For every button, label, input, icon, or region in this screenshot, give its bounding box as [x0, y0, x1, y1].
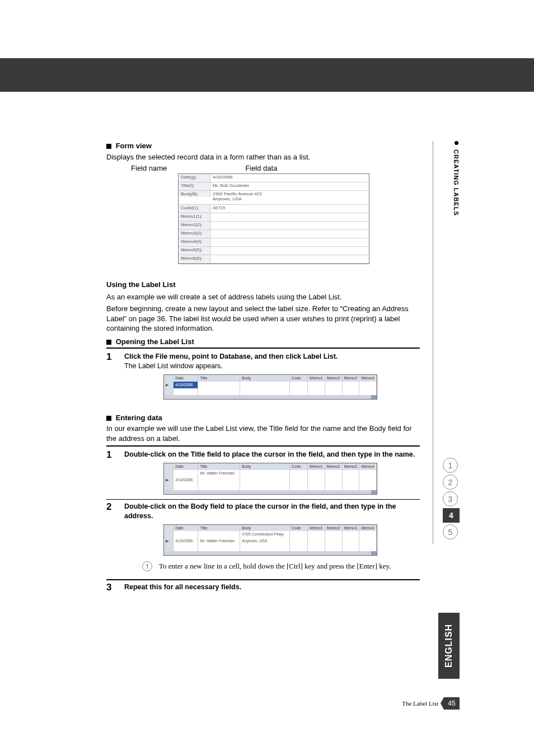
grid-scrollbar	[164, 395, 377, 399]
entering-step-1: 1 Double-click on the Title field to pla…	[106, 450, 420, 497]
col-memo1: Memo1	[308, 375, 325, 381]
fv-value	[210, 222, 369, 229]
col-memo2: Memo2	[325, 375, 343, 381]
grid-row	[164, 544, 377, 551]
label-list-grid: Date Title Body Code Memo1 Memo2 Memo3 M…	[163, 374, 377, 399]
step-body: Double-click on the Title field to place…	[124, 450, 420, 497]
note-text: To enter a new line in a cell, hold down…	[159, 561, 391, 571]
using-heading: Using the Label List	[106, 280, 420, 290]
step-bold: Double-click on the Title field to place…	[124, 450, 415, 458]
fv-label: Memo4(4):	[179, 238, 210, 246]
side-tabs: 1 2 3 4 5	[443, 458, 460, 539]
grid-row: ▶ 4/10/2006 Mr. Walter Freeman Anytown, …	[164, 538, 377, 544]
step-body: Double-click on the Body field to place …	[124, 502, 420, 571]
step-body: Repeat this for all necessary fields.	[124, 583, 420, 592]
footer: The Label List 45	[402, 697, 460, 710]
content-column: Form view Displays the selected record d…	[106, 141, 420, 592]
side-tab-5[interactable]: 5	[443, 524, 458, 539]
rule-heavy	[106, 445, 420, 447]
form-view-heading-text: Form view	[116, 142, 152, 150]
footer-text: The Label List	[402, 700, 438, 707]
square-bullet-icon	[106, 144, 111, 149]
fv-value: 2300 Pacific Avenue #23 Anytown, USA	[210, 191, 369, 202]
step-number: 3	[106, 583, 114, 592]
entering-step-2: 2 Double-click on the Body field to plac…	[106, 502, 420, 571]
section-vertical-label: CREATING LABELS	[453, 141, 460, 216]
fv-label: Memo2(2):	[179, 222, 210, 229]
cell-title: Mr. Walter Freeman	[198, 470, 240, 477]
entering-heading: Entering data	[106, 413, 420, 423]
square-bullet-icon	[106, 416, 111, 421]
col-code: Code	[290, 375, 308, 381]
page-number: 45	[444, 697, 460, 710]
using-p1: As an example we will create a set of ad…	[106, 292, 420, 302]
header-dark-band	[0, 58, 534, 92]
callout-field-data: Field data	[245, 164, 277, 172]
grid-header: Date Title Body Code Memo1 Memo2 Memo3 M…	[164, 463, 377, 469]
col-memo3: Memo3	[343, 375, 360, 381]
step-number: 1	[106, 450, 114, 497]
form-view-desc: Displays the selected record data in a f…	[106, 152, 420, 162]
form-view-heading: Form view	[106, 141, 420, 151]
fv-label: Body(B):	[179, 191, 210, 197]
step-number: 1	[106, 352, 114, 402]
rule-step	[106, 499, 420, 500]
step-bold: Double-click on the Body field to place …	[124, 503, 396, 520]
side-tab-1[interactable]: 1	[443, 458, 458, 473]
col-body: Body	[240, 375, 289, 381]
rule-heavy	[106, 348, 420, 349]
col-memo4: Memo4	[359, 375, 377, 381]
fv-label: Code(C):	[179, 205, 210, 213]
note: ! To enter a new line in a cell, hold do…	[142, 561, 420, 571]
header-white	[0, 0, 534, 58]
label-list-grid: Date Title Body Code Memo1 Memo2 Memo3 M…	[163, 463, 377, 494]
fv-value	[210, 238, 369, 246]
fv-label: Memo3(3):	[179, 230, 210, 238]
callout-field-name: Field name	[131, 164, 167, 172]
grid-header: Date Title Body Code Memo1 Memo2 Memo3 M…	[164, 375, 377, 381]
grid-row	[164, 388, 377, 395]
step-body: Click the File menu, point to Database, …	[124, 352, 420, 402]
fv-value	[210, 230, 369, 238]
fv-label: Date(g):	[179, 174, 210, 182]
label-list-grid: Date Title Body Code Memo1 Memo2 Memo3 M…	[163, 524, 377, 556]
page: CREATING LABELS Form view Displays the s…	[0, 0, 534, 756]
col-title: Title	[198, 375, 240, 381]
grid-scrollbar	[164, 490, 377, 494]
note-icon: !	[142, 561, 152, 571]
cell-body: Anytown, USA	[240, 538, 289, 544]
section-vertical-text: CREATING LABELS	[453, 149, 460, 216]
step-number: 2	[106, 502, 114, 571]
square-bullet-icon	[106, 340, 111, 345]
opening-step-1: 1 Click the File menu, point to Database…	[106, 352, 420, 402]
entering-heading-text: Entering data	[116, 414, 162, 422]
bullet-icon	[455, 141, 458, 145]
fv-value	[210, 255, 369, 263]
col-date: Date	[174, 375, 198, 381]
side-tab-4-active[interactable]: 4	[443, 508, 460, 523]
grid-row: ▶ 4/10/2006	[164, 382, 377, 388]
form-view-screenshot: Date(g):4/10/2006 Title(I):Mr. Bob Goodm…	[178, 173, 369, 264]
fv-label: Title(I):	[179, 182, 210, 190]
cell-body: 4705 Cumberland Pkwy.	[240, 531, 289, 538]
grid-header: Date Title Body Code Memo1 Memo2 Memo3 M…	[164, 525, 377, 531]
grid-scrollbar	[164, 551, 377, 555]
grid-row: Mr. Walter Freeman	[164, 470, 377, 477]
form-view-callouts: Field name Field data	[131, 164, 420, 172]
grid-row	[164, 483, 377, 490]
english-tab: ENGLISH	[438, 613, 460, 679]
fv-value: 4/10/2006	[210, 174, 369, 182]
fv-label: Memo5(5):	[179, 247, 210, 255]
side-tab-2[interactable]: 2	[443, 475, 458, 490]
entering-intro: In our example we will use the Label Lis…	[106, 424, 420, 443]
opening-heading: Opening the Label List	[106, 337, 420, 347]
side-tab-3[interactable]: 3	[443, 491, 458, 506]
fv-value: Mr. Bob Goodman	[210, 182, 369, 190]
side-rule	[433, 141, 433, 544]
using-p2: Before beginning, create a new layout an…	[106, 304, 420, 334]
fv-label: Memo6(6):	[179, 255, 210, 263]
step-sub: The Label List window appears.	[124, 362, 223, 370]
step-bold: Click the File menu, point to Database, …	[124, 353, 338, 360]
grid-row: ▶ 4/10/2006	[164, 477, 377, 483]
fv-label: Memo1(1):	[179, 213, 210, 221]
